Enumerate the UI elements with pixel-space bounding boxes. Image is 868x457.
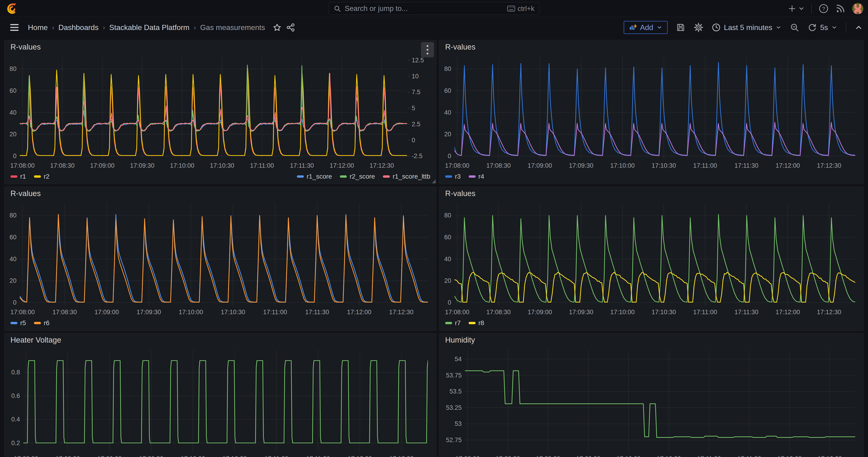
legend-item-r5[interactable]: r5 — [10, 319, 26, 327]
x-axis-tick: 17:10:00 — [179, 309, 203, 315]
new-item-button[interactable] — [788, 4, 804, 13]
x-axis-tick: 17:10:00 — [616, 455, 641, 457]
y-axis-tick: 53.75 — [446, 372, 462, 379]
legend-item-r1_score[interactable]: r1_score — [297, 173, 332, 180]
search-bar[interactable]: ctrl+k — [329, 2, 539, 15]
legend-item-r6[interactable]: r6 — [34, 319, 50, 327]
collapse-toolbar-icon[interactable] — [855, 23, 863, 32]
breadcrumb-home[interactable]: Home — [28, 23, 48, 32]
y-axis-tick: 60 — [444, 234, 451, 241]
svg-text:?: ? — [822, 5, 825, 11]
x-axis-tick: 17:09:00 — [95, 309, 119, 315]
legend-item-r1[interactable]: r1 — [10, 173, 26, 180]
timeseries-plot[interactable]: 020406080-2.502.557.51012.517:08:0017:08… — [6, 54, 435, 170]
y-axis-tick: 53.25 — [446, 404, 462, 411]
x-axis-tick: 17:09:30 — [137, 309, 161, 315]
panel-heater-voltage: Heater Voltage 0.20.40.60.817:08:0017:08… — [4, 333, 437, 457]
legend-swatch — [469, 322, 475, 324]
y-axis-tick: 40 — [9, 255, 17, 263]
x-axis-tick: 17:09:30 — [569, 162, 593, 169]
add-button[interactable]: Add — [624, 21, 668, 34]
chevron-down-icon — [800, 8, 803, 9]
legend-label: r8 — [478, 319, 484, 327]
breadcrumb-separator: › — [103, 24, 105, 31]
legend-item-r1_score_lttb[interactable]: r1_score_lttb — [383, 173, 430, 180]
timeseries-plot[interactable]: 02040608017:08:0017:08:3017:09:0017:09:3… — [440, 200, 862, 316]
share-icon[interactable] — [286, 23, 295, 32]
breadcrumb-dashboards[interactable]: Dashboards — [58, 23, 99, 32]
refresh-icon — [808, 23, 817, 32]
y-axis-tick: 40 — [444, 255, 451, 263]
legend-label: r6 — [44, 319, 50, 327]
panel-header[interactable]: R-values — [4, 187, 436, 200]
panel-r-values-1: R-values 020406080-2.502.557.51012.517:0… — [4, 40, 437, 184]
y-axis-tick: 80 — [9, 212, 17, 219]
x-axis-tick: 17:08:30 — [496, 455, 520, 457]
x-axis-tick: 17:11:30 — [737, 455, 761, 457]
save-dashboard-icon[interactable] — [676, 23, 685, 32]
legend-label: r1_score — [307, 173, 332, 180]
legend-label: r2_score — [350, 173, 375, 180]
y-axis-tick: 0 — [448, 299, 451, 306]
panel-header[interactable]: R-values — [4, 40, 436, 54]
avatar[interactable] — [852, 3, 863, 14]
legend-item-r3[interactable]: r3 — [445, 173, 461, 180]
timeseries-plot[interactable]: 52.755353.2553.553.755417:08:0017:08:301… — [440, 347, 862, 457]
x-axis-tick: 17:10:00 — [170, 162, 194, 169]
x-axis-tick: 17:09:00 — [90, 162, 114, 169]
panel-legend: r1r2r1_scorer2_scorer1_score_lttb — [10, 171, 430, 182]
refresh-control[interactable]: 5s — [808, 23, 837, 32]
legend-item-r8[interactable]: r8 — [469, 319, 484, 327]
panel-resize-handle[interactable] — [432, 180, 436, 183]
search-input[interactable] — [345, 4, 507, 13]
timeseries-plot[interactable]: 02040608017:08:0017:08:3017:09:0017:09:3… — [440, 54, 862, 170]
x-axis-tick: 17:12:30 — [370, 162, 394, 169]
y-axis-tick: 60 — [9, 234, 17, 241]
chevron-down-icon — [831, 24, 837, 30]
timeseries-plot[interactable]: 02040608017:08:0017:08:3017:09:0017:09:3… — [6, 200, 435, 316]
x-axis-tick: 17:08:00 — [14, 455, 38, 457]
y-axis-tick: 0.6 — [11, 392, 20, 399]
x-axis-tick: 17:11:30 — [290, 162, 314, 169]
x-axis-tick: 17:08:00 — [10, 309, 35, 315]
x-axis-tick: 17:12:00 — [347, 309, 371, 315]
panel-title: R-values — [4, 189, 41, 198]
favorite-star-icon[interactable] — [273, 23, 282, 32]
x-axis-tick: 17:08:00 — [10, 162, 35, 169]
legend-swatch — [34, 322, 41, 324]
panel-header[interactable]: R-values — [439, 187, 864, 200]
legend-swatch — [445, 322, 452, 324]
timeseries-plot[interactable]: 0.20.40.60.817:08:0017:08:3017:09:0017:0… — [6, 347, 435, 457]
news-icon[interactable] — [835, 4, 845, 13]
chevron-down-icon — [656, 24, 662, 30]
x-axis-tick: 17:11:00 — [264, 455, 288, 457]
legend-item-r2_score[interactable]: r2_score — [340, 173, 375, 180]
y-axis-tick: 53.5 — [450, 388, 462, 395]
x-axis-tick: 17:09:30 — [130, 162, 154, 169]
legend-item-r4[interactable]: r4 — [469, 173, 484, 180]
zoom-out-icon[interactable] — [790, 23, 799, 32]
clock-icon — [712, 23, 721, 32]
x-axis-tick: 17:10:30 — [210, 162, 234, 169]
panel-title: R-values — [4, 42, 41, 52]
time-range-picker[interactable]: Last 5 minutes — [712, 23, 781, 32]
panel-header[interactable]: R-values — [439, 40, 864, 54]
panel-header[interactable]: Humidity — [439, 333, 864, 347]
settings-gear-icon[interactable] — [694, 23, 704, 32]
y-axis-tick: 0.8 — [11, 369, 20, 376]
menu-toggle-icon[interactable] — [9, 23, 20, 32]
breadcrumb-folder[interactable]: Stackable Data Platform — [109, 23, 189, 32]
x-axis-tick: 17:11:00 — [693, 162, 717, 169]
panel-header[interactable]: Heater Voltage — [4, 333, 436, 347]
x-axis-tick: 17:08:00 — [445, 162, 469, 169]
legend-item-r2[interactable]: r2 — [34, 173, 50, 180]
y-axis-tick: 80 — [444, 65, 451, 72]
y-axis-tick: 54 — [455, 356, 462, 363]
legend-label: r2 — [44, 173, 50, 180]
legend-item-r7[interactable]: r7 — [445, 319, 461, 327]
grafana-logo-icon[interactable] — [6, 3, 18, 14]
legend-swatch — [445, 175, 452, 178]
help-icon[interactable]: ? — [819, 4, 829, 13]
x-axis-tick: 17:09:30 — [576, 455, 600, 457]
series-line-r6 — [20, 214, 435, 302]
